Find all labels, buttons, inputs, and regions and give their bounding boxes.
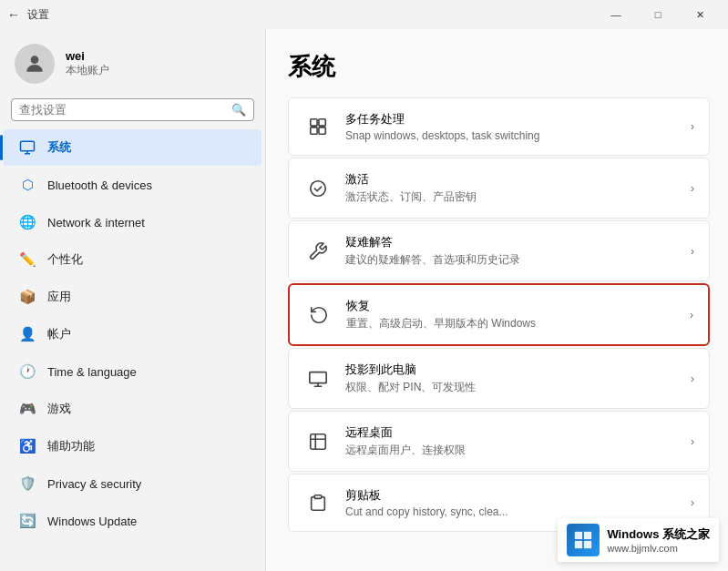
projection-icon [303, 364, 333, 393]
search-icon: 🔍 [231, 103, 246, 117]
watermark-logo [567, 524, 600, 556]
activation-arrow: › [691, 182, 694, 195]
remote-subtitle: 远程桌面用户、连接权限 [345, 443, 683, 458]
accessibility-icon: ♿ [18, 437, 36, 455]
projection-arrow: › [691, 372, 694, 385]
sidebar-item-personalization[interactable]: ✏️ 个性化 [4, 241, 261, 278]
avatar [15, 44, 55, 84]
troubleshoot-subtitle: 建议的疑难解答、首选项和历史记录 [345, 252, 683, 268]
clipboard-arrow: › [691, 496, 694, 509]
settings-item-remote[interactable]: 远程桌面 远程桌面用户、连接权限 › [288, 411, 710, 472]
sidebar-label-apps: 应用 [47, 289, 71, 305]
back-icon[interactable]: ← [7, 7, 20, 22]
sidebar: wei 本地账户 🔍 系统 ⬡ Bluetooth & [0, 29, 266, 571]
recovery-subtitle: 重置、高级启动、早期版本的 Windows [346, 316, 682, 331]
settings-list: 多任务处理 Snap windows, desktops, task switc… [288, 97, 710, 532]
personalization-icon: ✏️ [18, 250, 36, 269]
gaming-icon: 🎮 [18, 400, 36, 418]
svg-rect-4 [311, 127, 317, 134]
app-container: wei 本地账户 🔍 系统 ⬡ Bluetooth & [0, 29, 728, 571]
svg-rect-11 [575, 541, 582, 548]
activation-subtitle: 激活状态、订阅、产品密钥 [345, 189, 683, 205]
svg-rect-9 [575, 532, 582, 539]
maximize-button[interactable]: □ [637, 0, 679, 29]
update-icon: 🔄 [18, 512, 36, 530]
multitasking-icon [303, 112, 333, 141]
search-input[interactable] [19, 103, 226, 117]
privacy-icon: 🛡️ [18, 474, 36, 493]
sidebar-item-privacy[interactable]: 🛡️ Privacy & security [4, 465, 261, 502]
svg-point-6 [311, 180, 326, 196]
content-area: 系统 多任务处理 Snap windows, desktops, task sw… [266, 29, 728, 571]
activation-title: 激活 [345, 171, 683, 188]
bluetooth-icon: ⬡ [18, 176, 36, 194]
watermark-main: Windows 系统之家 [607, 526, 710, 543]
apps-icon: 📦 [18, 288, 36, 306]
minimize-button[interactable]: — [595, 0, 637, 29]
sidebar-item-accounts[interactable]: 👤 帐户 [4, 316, 261, 352]
nav-menu: 系统 ⬡ Bluetooth & devices 🌐 Network & int… [0, 128, 265, 540]
sidebar-label-gaming: 游戏 [47, 401, 71, 417]
troubleshoot-icon [303, 237, 333, 266]
svg-point-0 [31, 56, 39, 64]
user-profile[interactable]: wei 本地账户 [0, 29, 265, 95]
watermark-url: www.bjjmlv.com [607, 543, 710, 554]
user-account-type: 本地账户 [66, 63, 109, 78]
remote-title: 远程桌面 [345, 424, 683, 441]
sidebar-item-network[interactable]: 🌐 Network & internet [4, 204, 261, 240]
title-bar: ← 设置 — □ ✕ [0, 0, 728, 29]
user-info: wei 本地账户 [66, 49, 109, 78]
sidebar-item-update[interactable]: 🔄 Windows Update [4, 503, 261, 539]
sidebar-label-accessibility: 辅助功能 [47, 438, 95, 454]
sidebar-item-system[interactable]: 系统 [4, 129, 261, 166]
troubleshoot-title: 疑难解答 [345, 234, 683, 250]
sidebar-item-apps[interactable]: 📦 应用 [4, 279, 261, 315]
settings-item-multitasking[interactable]: 多任务处理 Snap windows, desktops, task switc… [288, 97, 710, 156]
settings-item-projection[interactable]: 投影到此电脑 权限、配对 PIN、可发现性 › [288, 348, 710, 409]
svg-rect-1 [21, 141, 35, 151]
recovery-icon [304, 301, 333, 330]
clipboard-icon [303, 488, 333, 517]
sidebar-item-gaming[interactable]: 🎮 游戏 [4, 391, 261, 427]
sidebar-label-accounts: 帐户 [47, 326, 71, 342]
sidebar-item-bluetooth[interactable]: ⬡ Bluetooth & devices [4, 167, 261, 203]
multitasking-subtitle: Snap windows, desktops, task switching [345, 129, 683, 142]
multitasking-arrow: › [691, 120, 694, 133]
activation-icon [303, 174, 333, 203]
recovery-title: 恢复 [346, 298, 682, 314]
system-icon [18, 138, 36, 157]
settings-item-recovery[interactable]: 恢复 重置、高级启动、早期版本的 Windows › [288, 283, 710, 346]
clipboard-title: 剪贴板 [345, 487, 683, 504]
time-icon: 🕐 [18, 362, 36, 381]
sidebar-item-accessibility[interactable]: ♿ 辅助功能 [4, 428, 261, 464]
svg-rect-7 [310, 372, 326, 382]
sidebar-label-personalization: 个性化 [47, 251, 83, 268]
close-button[interactable]: ✕ [679, 0, 721, 29]
accounts-icon: 👤 [18, 325, 36, 343]
sidebar-item-time[interactable]: 🕐 Time & language [4, 353, 261, 390]
recovery-arrow: › [690, 309, 693, 321]
svg-rect-8 [314, 495, 321, 499]
projection-text: 投影到此电脑 权限、配对 PIN、可发现性 [345, 362, 683, 395]
user-name: wei [66, 49, 109, 63]
sidebar-label-privacy: Privacy & security [47, 477, 141, 491]
settings-item-troubleshoot[interactable]: 疑难解答 建议的疑难解答、首选项和历史记录 › [288, 220, 710, 281]
sidebar-label-system: 系统 [47, 139, 71, 156]
troubleshoot-arrow: › [691, 245, 694, 258]
projection-title: 投影到此电脑 [345, 362, 683, 378]
projection-subtitle: 权限、配对 PIN、可发现性 [345, 380, 683, 395]
remote-icon [303, 427, 333, 456]
sidebar-label-time: Time & language [47, 365, 137, 379]
svg-rect-3 [319, 119, 325, 126]
page-title: 系统 [288, 51, 710, 83]
recovery-text: 恢复 重置、高级启动、早期版本的 Windows [346, 298, 682, 331]
watermark: Windows 系统之家 www.bjjmlv.com [558, 518, 719, 562]
clipboard-subtitle: Cut and copy history, sync, clea... [345, 505, 683, 518]
svg-rect-5 [319, 127, 325, 134]
search-box[interactable]: 🔍 [11, 98, 254, 121]
svg-rect-12 [584, 541, 591, 548]
multitasking-title: 多任务处理 [345, 111, 683, 127]
settings-item-activation[interactable]: 激活 激活状态、订阅、产品密钥 › [288, 158, 710, 219]
remote-arrow: › [691, 435, 694, 448]
window-controls: — □ ✕ [595, 0, 721, 29]
